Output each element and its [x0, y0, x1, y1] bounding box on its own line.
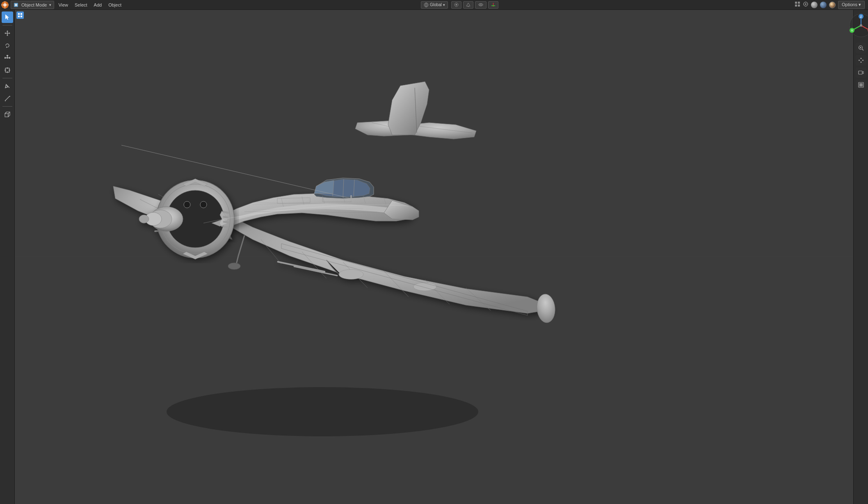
svg-rect-77 [21, 16, 22, 17]
rotate-tool-button[interactable] [2, 40, 13, 51]
shading-sphere-material[interactable] [820, 2, 827, 8]
visibility-btn[interactable] [475, 1, 487, 9]
tool-separator-3 [2, 106, 12, 107]
shading-sphere-solid[interactable] [811, 2, 818, 8]
viewport-editor-type-icon[interactable] [16, 11, 24, 19]
tool-separator-1 [2, 25, 12, 25]
svg-rect-70 [859, 83, 861, 85]
svg-rect-69 [859, 82, 863, 87]
svg-point-81 [167, 387, 478, 436]
tool-separator-2 [2, 78, 12, 78]
scene-icon[interactable] [795, 1, 800, 8]
gizmo-toggle-btn[interactable] [488, 1, 498, 9]
annotate-tool-button[interactable] [2, 80, 13, 92]
svg-rect-37 [9, 57, 10, 59]
svg-point-21 [805, 3, 806, 5]
render-preview-button[interactable] [856, 80, 866, 90]
svg-rect-71 [861, 83, 863, 85]
svg-marker-30 [5, 32, 6, 34]
pan-button[interactable] [856, 55, 866, 66]
transform-tool-button[interactable] [2, 64, 13, 76]
svg-point-99 [184, 201, 190, 208]
left-toolbar [0, 10, 15, 504]
svg-rect-74 [18, 13, 20, 15]
svg-marker-32 [6, 46, 7, 48]
move-tool-button[interactable] [2, 27, 13, 39]
right-toolbar: Z X Y [853, 10, 868, 504]
svg-rect-39 [7, 55, 8, 56]
svg-rect-111 [350, 195, 352, 201]
top-right-controls: Options ▾ [795, 1, 868, 9]
select-tool-button[interactable] [2, 11, 13, 23]
mode-selector[interactable]: Object Mode ▾ [11, 1, 54, 9]
svg-point-104 [139, 215, 149, 223]
svg-line-50 [5, 112, 7, 114]
transform-space-btn[interactable]: Global ▾ [421, 1, 448, 9]
proportional-edit-btn[interactable] [451, 1, 461, 9]
svg-rect-16 [795, 2, 797, 4]
svg-rect-76 [18, 16, 20, 17]
svg-marker-31 [9, 32, 10, 34]
svg-marker-29 [7, 35, 8, 36]
svg-point-100 [200, 201, 207, 208]
render-icon[interactable] [803, 1, 809, 8]
top-menu-bar: Object Mode ▾ View Select Add Object Glo… [0, 0, 868, 10]
menu-add[interactable]: Add [91, 0, 105, 10]
svg-line-65 [862, 49, 863, 51]
svg-text:Z: Z [860, 15, 862, 18]
svg-point-36 [7, 57, 8, 59]
svg-rect-68 [859, 71, 862, 74]
svg-rect-17 [798, 2, 800, 4]
viewport-gizmo[interactable]: Z X Y [849, 13, 868, 38]
menu-object[interactable]: Object [105, 0, 125, 10]
svg-text:Y: Y [851, 29, 853, 32]
svg-rect-72 [859, 85, 861, 87]
svg-rect-38 [5, 57, 6, 59]
shading-sphere-rendered[interactable] [829, 2, 836, 8]
blender-logo[interactable] [0, 0, 10, 10]
svg-point-10 [455, 4, 457, 6]
3d-viewport[interactable] [15, 10, 853, 504]
svg-rect-5 [15, 4, 17, 6]
svg-rect-73 [861, 85, 863, 87]
measure-tool-button[interactable] [2, 93, 13, 104]
camera-view-button[interactable] [856, 67, 866, 78]
svg-marker-28 [7, 30, 8, 32]
svg-point-105 [228, 263, 240, 269]
aircraft-model-viewport [15, 10, 853, 504]
menu-select[interactable]: Select [71, 0, 91, 10]
svg-point-63 [860, 24, 862, 27]
svg-rect-18 [795, 5, 797, 7]
zoom-to-fit-button[interactable] [856, 43, 866, 53]
add-object-tool-button[interactable] [2, 109, 13, 120]
svg-rect-49 [5, 114, 8, 117]
menu-view[interactable]: View [55, 0, 71, 10]
svg-point-13 [480, 4, 481, 5]
scale-tool-button[interactable] [2, 52, 13, 64]
svg-line-46 [5, 96, 10, 101]
svg-rect-75 [21, 13, 22, 15]
svg-rect-19 [798, 5, 800, 7]
viewport-header-icons [16, 11, 24, 19]
snap-btn[interactable] [463, 1, 473, 9]
top-center-controls: Global ▾ [125, 1, 795, 9]
svg-point-86 [339, 269, 363, 279]
options-button[interactable]: Options ▾ [838, 1, 865, 9]
